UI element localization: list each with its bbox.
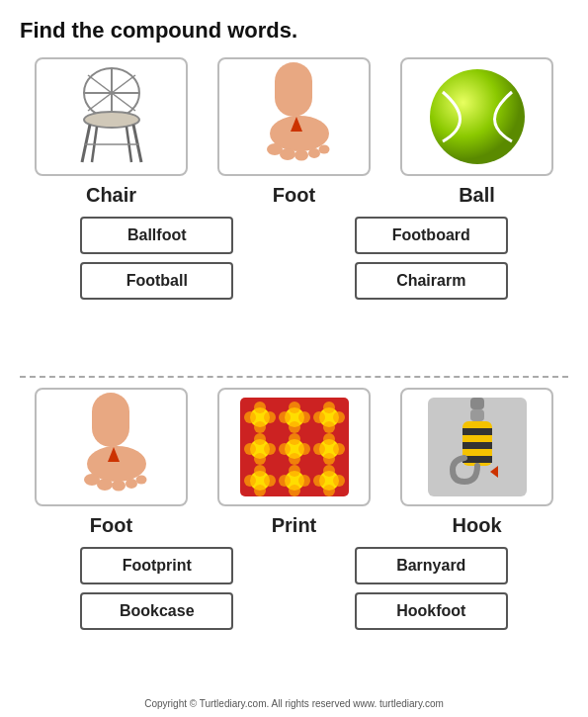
- option-bookcase[interactable]: Bookcase: [80, 592, 233, 630]
- ball-icon: [423, 62, 532, 171]
- image-box-foot2: [35, 388, 188, 506]
- svg-point-36: [289, 402, 300, 413]
- svg-point-40: [323, 402, 335, 413]
- svg-point-41: [323, 421, 335, 433]
- svg-point-50: [264, 443, 276, 455]
- svg-point-14: [280, 148, 295, 160]
- svg-rect-76: [470, 409, 484, 421]
- image-col-chair: Chair: [35, 57, 188, 207]
- label-chair: Chair: [86, 184, 136, 207]
- label-print: Print: [272, 514, 317, 537]
- svg-point-48: [254, 453, 266, 465]
- image-col-print: Print: [217, 388, 371, 537]
- svg-rect-75: [470, 398, 484, 409]
- images-row-2: Foot: [20, 388, 568, 537]
- page: Find the compound words.: [0, 0, 588, 717]
- svg-point-53: [279, 443, 291, 455]
- foot2-icon: [62, 393, 161, 501]
- svg-line-7: [133, 125, 141, 162]
- svg-point-69: [298, 475, 310, 487]
- section-1: Chair: [20, 57, 568, 364]
- image-col-hook: Hook: [400, 388, 553, 537]
- option-ballfoot[interactable]: Ballfoot: [80, 217, 233, 254]
- svg-point-70: [323, 465, 335, 477]
- svg-point-39: [298, 411, 310, 423]
- svg-point-24: [112, 481, 126, 492]
- svg-point-54: [298, 443, 310, 455]
- svg-point-65: [264, 475, 276, 487]
- image-box-print: [217, 388, 371, 506]
- svg-point-19: [430, 69, 525, 164]
- page-title: Find the compound words.: [20, 18, 568, 44]
- label-hook: Hook: [453, 514, 502, 537]
- svg-line-6: [82, 125, 90, 162]
- svg-point-43: [333, 411, 345, 423]
- svg-point-32: [254, 402, 266, 413]
- svg-point-63: [254, 485, 266, 496]
- svg-rect-78: [462, 428, 492, 435]
- label-ball: Ball: [459, 184, 495, 207]
- svg-point-25: [126, 479, 137, 489]
- svg-point-56: [323, 453, 335, 465]
- svg-point-68: [279, 475, 291, 487]
- label-foot: Foot: [273, 184, 315, 207]
- svg-point-42: [313, 411, 325, 423]
- svg-point-15: [294, 150, 308, 161]
- svg-point-38: [279, 411, 291, 423]
- svg-point-17: [318, 145, 329, 154]
- option-barnyard[interactable]: Barnyard: [355, 547, 508, 584]
- image-col-ball: Ball: [400, 57, 553, 207]
- print-icon: [235, 393, 354, 501]
- options-area-1: Ballfoot Footboard Football Chairarm: [20, 217, 568, 300]
- image-box-hook: [400, 388, 553, 506]
- section-divider: [20, 376, 568, 378]
- image-box-chair: [35, 57, 188, 176]
- svg-point-62: [254, 465, 266, 477]
- svg-point-34: [244, 411, 256, 423]
- svg-point-5: [84, 112, 139, 128]
- options-row-1a: Ballfoot Footboard: [20, 217, 568, 254]
- svg-point-52: [289, 453, 300, 465]
- label-foot2: Foot: [90, 514, 132, 537]
- option-footboard[interactable]: Footboard: [355, 217, 508, 254]
- chair-icon: [52, 65, 171, 169]
- svg-point-64: [244, 475, 256, 487]
- svg-point-51: [289, 433, 300, 445]
- svg-point-35: [264, 411, 276, 423]
- images-row-1: Chair: [20, 57, 568, 207]
- svg-point-67: [289, 485, 300, 496]
- options-row-2b: Bookcase Hookfoot: [20, 592, 568, 630]
- image-box-ball: [400, 57, 553, 176]
- svg-rect-79: [462, 442, 492, 449]
- svg-point-16: [308, 148, 320, 158]
- svg-point-26: [135, 476, 146, 485]
- svg-point-49: [244, 443, 256, 455]
- image-col-foot: Foot: [217, 57, 371, 207]
- image-col-foot2: Foot: [35, 388, 188, 537]
- option-football[interactable]: Football: [80, 262, 233, 300]
- svg-point-47: [254, 433, 266, 445]
- svg-rect-20: [92, 393, 129, 447]
- svg-point-73: [333, 475, 345, 487]
- svg-rect-11: [275, 62, 312, 117]
- svg-point-55: [323, 433, 335, 445]
- svg-point-23: [97, 479, 113, 491]
- svg-point-33: [254, 421, 266, 433]
- foot-icon: [245, 62, 344, 171]
- options-row-1b: Football Chairarm: [20, 262, 568, 300]
- footer-text: Copyright © Turtlediary.com. All rights …: [20, 694, 568, 709]
- svg-point-66: [289, 465, 300, 477]
- svg-point-58: [333, 443, 345, 455]
- svg-point-57: [313, 443, 325, 455]
- options-area-2: Footprint Barnyard Bookcase Hookfoot: [20, 547, 568, 630]
- svg-point-37: [289, 421, 300, 433]
- options-row-2a: Footprint Barnyard: [20, 547, 568, 584]
- image-box-foot: [217, 57, 371, 176]
- svg-point-71: [323, 485, 335, 496]
- svg-point-72: [313, 475, 325, 487]
- hook-icon: [423, 393, 532, 501]
- option-chairarm[interactable]: Chairarm: [355, 262, 508, 300]
- option-hookfoot[interactable]: Hookfoot: [355, 592, 508, 630]
- option-footprint[interactable]: Footprint: [80, 547, 233, 584]
- section-2: Foot: [20, 388, 568, 694]
